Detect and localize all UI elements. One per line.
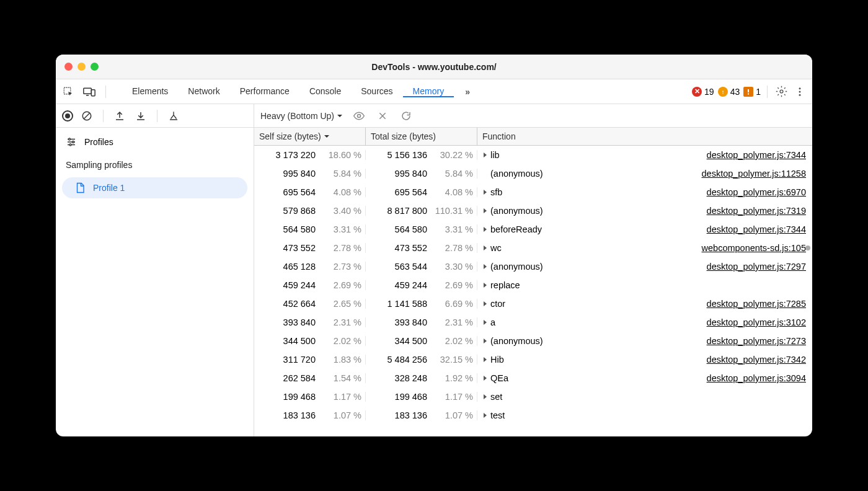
cell-function: (anonymous)desktop_polymer.js:7319 [477,206,812,216]
tab-console[interactable]: Console [299,86,351,97]
errors-badge[interactable]: ✕ 19 [692,87,714,97]
table-row[interactable]: 579 8683.40 %8 817 800110.31 %(anonymous… [254,201,812,220]
tab-network[interactable]: Network [178,86,229,97]
more-menu-icon[interactable] [792,84,807,99]
table-row[interactable]: 183 1361.07 %183 1361.07 %test [254,406,812,425]
table-row[interactable]: 452 6642.65 %1 141 5886.69 %ctordesktop_… [254,294,812,313]
issues-badge[interactable]: 1 [743,87,761,97]
clear-icon[interactable] [79,108,94,123]
source-link[interactable]: desktop_polymer.js:7273 [707,336,806,346]
expand-triangle-icon[interactable] [484,246,487,250]
cell-self-size: 465 1282.73 % [254,262,366,272]
expand-triangle-icon[interactable] [484,320,487,325]
cell-function: adesktop_polymer.js:3102 [477,317,812,327]
window-title: DevTools - www.youtube.com/ [371,62,496,72]
view-mode-dropdown[interactable]: Heavy (Bottom Up) [260,111,343,121]
tab-performance[interactable]: Performance [230,86,299,97]
source-link[interactable]: desktop_polymer.js:7342 [707,355,806,365]
expand-triangle-icon[interactable] [484,283,487,288]
source-link[interactable]: desktop_polymer.js:7319 [707,206,806,216]
focus-icon[interactable] [352,108,366,123]
table-row[interactable]: 3 173 22018.60 %5 156 13630.22 %libdeskt… [254,146,812,164]
cell-total-size: 459 2442.69 % [366,280,477,290]
function-name: sfb [490,187,502,197]
table-row[interactable]: 564 5803.31 %564 5803.31 %beforeReadydes… [254,220,812,239]
settings-gear-icon[interactable] [774,84,789,99]
source-link[interactable]: desktop_polymer.js:7344 [707,224,806,234]
expand-triangle-icon[interactable] [484,413,487,418]
cell-total-size: 563 5443.30 % [366,262,477,272]
col-header-total-size[interactable]: Total size (bytes) [366,128,477,145]
expand-triangle-icon[interactable] [484,338,487,343]
tab-sources[interactable]: Sources [351,86,402,97]
expand-triangle-icon[interactable] [484,394,487,399]
table-row[interactable]: 459 2442.69 %459 2442.69 %replace [254,276,812,294]
table-row[interactable]: 473 5522.78 %473 5522.78 %wcwebcomponent… [254,239,812,257]
sampling-profiles-heading: Sampling profiles [56,154,254,176]
close-focus-icon[interactable] [375,108,390,123]
minimize-window-button[interactable] [78,63,86,71]
table-row[interactable]: 995 8405.84 %995 8405.84 %(anonymous)des… [254,164,812,183]
scrollbar-thumb[interactable] [805,246,810,250]
source-link[interactable]: desktop_polymer.js:6970 [707,187,806,197]
expand-triangle-icon[interactable] [484,153,487,157]
cell-function: set [477,392,812,402]
table-row[interactable]: 393 8402.31 %393 8402.31 %adesktop_polym… [254,313,812,332]
tab-elements[interactable]: Elements [122,86,178,97]
table-row[interactable]: 262 5841.54 %328 2481.92 %QEadesktop_pol… [254,369,812,387]
svg-rect-7 [748,93,749,94]
table-body[interactable]: 3 173 22018.60 %5 156 13630.22 %libdeskt… [254,146,812,436]
issue-icon [743,87,753,97]
upload-icon[interactable] [112,108,127,123]
source-link[interactable]: desktop_polymer.js:7344 [707,150,806,160]
expand-triangle-icon[interactable] [484,264,487,269]
sort-desc-icon [324,133,330,139]
col-header-self-size[interactable]: Self size (bytes) [254,128,366,145]
tab-memory[interactable]: Memory [403,86,454,97]
function-name: QEa [490,373,508,383]
cell-function: QEadesktop_polymer.js:3094 [477,373,812,383]
source-link[interactable]: webcomponents-sd.js:105 [702,243,806,253]
expand-triangle-icon[interactable] [484,357,487,362]
source-link[interactable]: desktop_polymer.js:3094 [707,373,806,383]
table-row[interactable]: 311 7201.83 %5 484 25632.15 %Hibdesktop_… [254,350,812,369]
svg-point-9 [799,87,801,89]
expand-triangle-icon[interactable] [484,190,487,195]
inspect-element-icon[interactable] [61,84,76,99]
col-header-function[interactable]: Function [477,128,812,145]
warnings-badge[interactable]: 43 [718,87,740,97]
expand-triangle-icon[interactable] [484,301,487,306]
table-row[interactable]: 199 4681.17 %199 4681.17 %set [254,387,812,406]
svg-point-10 [799,91,801,92]
expand-triangle-icon[interactable] [484,227,487,232]
profiles-header[interactable]: Profiles [56,130,254,154]
table-row[interactable]: 465 1282.73 %563 5443.30 %(anonymous)des… [254,257,812,276]
cell-function: ctordesktop_polymer.js:7285 [477,299,812,309]
table-row[interactable]: 344 5002.02 %344 5002.02 %(anonymous)des… [254,332,812,350]
cell-function: test [477,410,812,420]
more-tabs-chevron-icon[interactable]: » [460,84,475,99]
source-link[interactable]: desktop_polymer.js:11258 [702,169,806,179]
cell-function: Hibdesktop_polymer.js:7342 [477,355,812,365]
reload-icon[interactable] [399,108,414,123]
cell-function: replace [477,280,812,290]
maximize-window-button[interactable] [91,63,99,71]
download-icon[interactable] [133,108,148,123]
cell-total-size: 695 5644.08 % [366,187,477,197]
function-name: (anonymous) [490,262,543,272]
cell-self-size: 459 2442.69 % [254,280,366,290]
device-toggle-icon[interactable] [82,84,97,99]
table-row[interactable]: 695 5644.08 %695 5644.08 %sfbdesktop_pol… [254,183,812,201]
expand-triangle-icon[interactable] [484,376,487,381]
source-link[interactable]: desktop_polymer.js:7297 [707,262,806,272]
warnings-count: 43 [730,87,740,97]
profile-file-icon [74,182,86,193]
source-link[interactable]: desktop_polymer.js:7285 [707,299,806,309]
source-link[interactable]: desktop_polymer.js:3102 [707,317,806,327]
record-button[interactable] [62,110,73,122]
close-window-button[interactable] [64,63,73,71]
profile-item-1[interactable]: Profile 1 [62,177,247,198]
garbage-collect-icon[interactable] [166,108,181,123]
expand-triangle-icon[interactable] [484,208,487,213]
svg-rect-6 [748,89,749,92]
